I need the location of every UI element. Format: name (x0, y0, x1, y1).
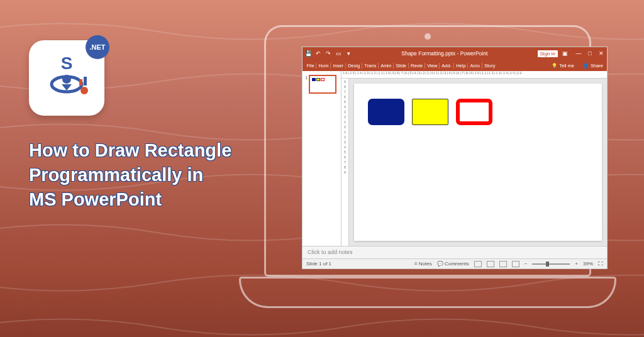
slide-counter: Slide 1 of 1 (306, 261, 331, 267)
yellow-rectangle-shape[interactable] (412, 99, 448, 125)
tellme-label[interactable]: Tell me (559, 63, 574, 69)
zoom-percent[interactable]: 39% (583, 261, 593, 267)
sorter-view-icon[interactable] (487, 261, 494, 267)
fit-window-icon[interactable]: ⛶ (598, 261, 603, 267)
sign-in-button[interactable]: Sign in (538, 50, 558, 57)
titlebar: 💾 ↶ ↷ ▭ ▾ Shape Formatting.pptx - PowerP… (303, 47, 607, 60)
notes-toggle[interactable]: ≡ Notes (414, 261, 432, 267)
page-headline: How to Draw Rectangle Programmatically i… (29, 138, 231, 212)
ribbon-options-icon[interactable]: ▣ (562, 50, 568, 57)
normal-view-icon[interactable] (474, 261, 482, 267)
zoom-slider[interactable] (532, 263, 570, 265)
net-badge: .NET (86, 35, 109, 59)
tab-transitions[interactable]: Trans (363, 63, 379, 69)
laptop-frame: 💾 ↶ ↷ ▭ ▾ Shape Formatting.pptx - PowerP… (239, 25, 616, 314)
svg-rect-2 (79, 79, 82, 86)
redo-icon[interactable]: ↷ (325, 50, 331, 57)
statusbar: Slide 1 of 1 ≡ Notes 💬 Comments − + 39% … (303, 258, 607, 268)
comments-toggle[interactable]: 💬 Comments (437, 261, 469, 267)
svg-point-1 (62, 75, 71, 84)
ribbon-tabs: File Hom Inser Desig Trans Anim Slide Re… (303, 60, 607, 71)
reading-view-icon[interactable] (499, 261, 507, 267)
share-icon[interactable]: 👤 (583, 63, 589, 69)
tab-animations[interactable]: Anim (379, 63, 394, 69)
tab-slideshow[interactable]: Slide (394, 63, 409, 69)
svg-rect-3 (84, 77, 87, 86)
tab-review[interactable]: Revie (409, 63, 425, 69)
tab-storyboard[interactable]: Story (483, 63, 497, 69)
slide-thumbnail[interactable]: 1 (305, 75, 338, 94)
maximize-icon[interactable]: □ (587, 50, 593, 57)
camera-icon (425, 33, 431, 40)
red-outline-rectangle-shape[interactable] (456, 99, 492, 125)
tellme-icon[interactable]: 💡 (552, 63, 557, 69)
powerpoint-window: 💾 ↶ ↷ ▭ ▾ Shape Formatting.pptx - PowerP… (303, 47, 607, 268)
zoom-in-icon[interactable]: + (575, 261, 578, 267)
minimize-icon[interactable]: — (575, 50, 582, 57)
tab-design[interactable]: Desig (347, 63, 362, 69)
undo-icon[interactable]: ↶ (315, 50, 321, 57)
slide-thumbnail-pane: 1 (303, 71, 341, 246)
save-icon[interactable]: 💾 (305, 50, 311, 57)
close-icon[interactable]: ✕ (598, 50, 604, 57)
logo-letter: S (61, 53, 73, 73)
tab-addins[interactable]: Add- (440, 63, 454, 69)
zoom-out-icon[interactable]: − (525, 261, 528, 267)
tab-insert[interactable]: Inser (331, 63, 346, 69)
logo-card: .NET S (29, 40, 104, 116)
logo-icon: S (42, 53, 92, 103)
tab-home[interactable]: Hom (317, 63, 331, 69)
window-title: Shape Formatting.pptx - PowerPoint (355, 50, 534, 57)
blue-rectangle-shape[interactable] (368, 99, 404, 125)
notes-pane[interactable]: Click to add notes (303, 246, 607, 258)
slideshow-view-icon[interactable] (512, 261, 519, 267)
ruler-horizontal: 16|15|14|13|12|11|10|9|8|7|6|5|4|3|2|1|0… (341, 71, 607, 79)
ruler-vertical: 987 654 321 012 345 678 9 (341, 79, 349, 246)
slide-canvas[interactable] (354, 84, 602, 241)
tab-help[interactable]: Help (455, 63, 468, 69)
tab-file[interactable]: File (305, 63, 316, 69)
qat-more-icon[interactable]: ▾ (345, 50, 352, 57)
thumb-number: 1 (305, 75, 308, 80)
tab-acrobat[interactable]: Acro (469, 63, 482, 69)
start-slideshow-icon[interactable]: ▭ (335, 50, 341, 57)
tab-view[interactable]: View (426, 63, 440, 69)
share-label[interactable]: Share (591, 63, 603, 69)
